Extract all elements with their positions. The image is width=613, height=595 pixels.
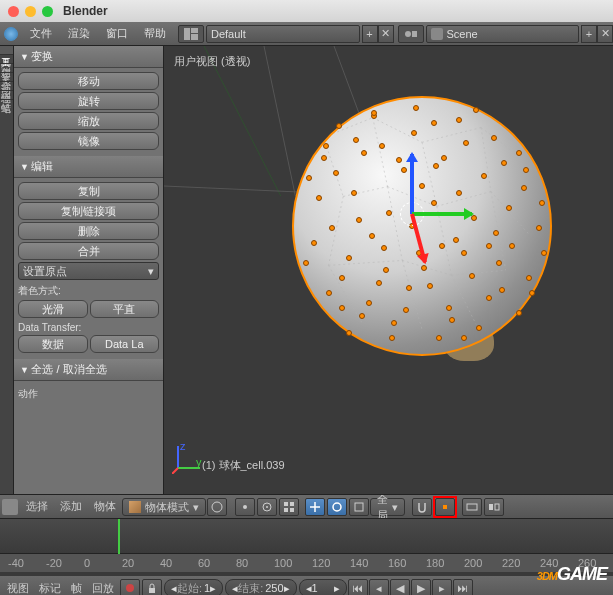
menu-help[interactable]: 帮助 [136,26,174,41]
menu-window[interactable]: 窗口 [98,26,136,41]
panel-transform-header[interactable]: 变换 [14,46,163,68]
action-label: 动作 [18,387,159,401]
svg-rect-53 [149,588,155,593]
svg-point-46 [333,503,341,511]
tab-physics[interactable]: 物理 [0,82,13,91]
tab-animation[interactable]: 动画 [0,73,13,82]
tab-create[interactable]: 创建 [0,55,13,64]
auto-keyframe-button[interactable] [120,579,140,595]
layout-remove-button[interactable]: ✕ [378,25,394,43]
scene-remove-button[interactable]: ✕ [597,25,613,43]
highlighted-snap-element-button[interactable] [433,496,457,518]
layers-button[interactable] [279,498,299,516]
maximize-icon[interactable] [42,6,53,17]
3d-viewport[interactable]: 用户视图 (透视) zy ( [164,46,613,494]
play-button[interactable]: ▶ [411,579,431,595]
scene-add-button[interactable]: + [581,25,597,43]
screen-layout-dropdown[interactable]: Default [206,25,360,43]
close-icon[interactable] [8,6,19,17]
gizmo-rotate-button[interactable] [327,498,347,516]
z-axis-icon[interactable] [410,154,414,214]
join-button[interactable]: 合并 [18,242,159,260]
tl-menu-marker[interactable]: 标记 [34,581,66,596]
mirror-button[interactable]: 镜像 [18,132,159,150]
svg-rect-44 [284,508,288,512]
panel-select-header[interactable]: 全选 / 取消全选 [14,359,163,381]
gizmo-translate-button[interactable] [305,498,325,516]
duplicate-button[interactable]: 复制 [18,182,159,200]
data-button[interactable]: 数据 [18,335,88,353]
window-title: Blender [63,4,108,18]
prev-keyframe-button[interactable]: ◂ [369,579,389,595]
render-layers-1[interactable] [462,498,482,516]
shade-flat-button[interactable]: 平直 [90,300,160,318]
data-layout-button[interactable]: Data La [90,335,160,353]
playhead[interactable] [118,519,120,555]
end-frame-field[interactable]: ◂结束:250▸ [225,579,296,595]
play-reverse-button[interactable]: ◀ [390,579,410,595]
window-controls[interactable] [8,6,53,17]
snap-button[interactable] [412,498,432,516]
object-info-label: (1) 球体_cell.039 [202,458,285,473]
vp-menu-select[interactable]: 选择 [20,499,54,514]
jump-start-button[interactable]: ⏮ [348,579,368,595]
svg-text:z: z [180,442,186,452]
manipulate-center-button[interactable] [257,498,277,516]
next-keyframe-button[interactable]: ▸ [432,579,452,595]
rotate-button[interactable]: 旋转 [18,92,159,110]
current-frame-field[interactable]: ◂1▸ [299,579,347,595]
tab-tools[interactable]: 工具 [0,46,13,55]
timeline-track[interactable] [0,518,613,554]
svg-rect-51 [495,504,499,510]
panel-edit-header[interactable]: 编辑 [14,156,163,178]
vp-menu-add[interactable]: 添加 [54,499,88,514]
render-layers-2[interactable] [484,498,504,516]
layout-picker-button[interactable] [178,25,204,43]
scene-dropdown[interactable]: Scene [426,25,580,43]
shade-smooth-button[interactable]: 光滑 [18,300,88,318]
shading-label: 着色方式: [18,284,159,298]
pivot-point-button[interactable] [235,498,255,516]
y-axis-icon[interactable] [412,212,472,216]
svg-rect-42 [284,502,288,506]
tl-menu-frame[interactable]: 帧 [66,581,87,596]
layout-add-button[interactable]: + [362,25,378,43]
duplicate-linked-button[interactable]: 复制链接项 [18,202,159,220]
menu-render[interactable]: 渲染 [60,26,98,41]
lock-button[interactable] [142,579,162,595]
editor-type-icon[interactable] [2,499,18,515]
axis-indicator: zy [172,442,204,476]
svg-rect-50 [489,504,493,510]
svg-rect-43 [290,502,294,506]
jump-end-button[interactable]: ⏭ [453,579,473,595]
tab-grease[interactable]: 蜡笔 [0,91,13,100]
tl-menu-view[interactable]: 视图 [2,581,34,596]
delete-button[interactable]: 删除 [18,222,159,240]
tab-relations[interactable]: 关系 [0,64,13,73]
tool-tabs: 工具 创建 关系 动画 物理 蜡笔 [0,46,14,494]
viewport-shading-button[interactable] [207,498,227,516]
blender-icon[interactable] [0,24,22,44]
svg-point-52 [126,584,134,592]
set-origin-dropdown[interactable]: 设置原点 [18,262,159,280]
timeline-ruler[interactable]: -40-200204060801001201401601802002202402… [0,554,613,572]
transform-orientation-dropdown[interactable]: 全局▾ [370,498,405,516]
gizmo-scale-button[interactable] [349,498,369,516]
start-frame-field[interactable]: ◂起始:1▸ [164,579,223,595]
svg-point-3 [405,31,411,37]
mode-dropdown[interactable]: 物体模式▾ [122,498,206,516]
tl-menu-playback[interactable]: 回放 [87,581,119,596]
scale-button[interactable]: 缩放 [18,112,159,130]
svg-rect-4 [412,31,417,37]
view-label: 用户视图 (透视) [174,54,250,69]
vp-menu-object[interactable]: 物体 [88,499,122,514]
data-transfer-label: Data Transfer: [18,322,159,333]
move-button[interactable]: 移动 [18,72,159,90]
svg-rect-0 [184,28,190,40]
menu-file[interactable]: 文件 [22,26,60,41]
scene-browser-button[interactable] [398,25,424,43]
watermark-text: 3DMGAME [537,564,607,585]
selected-sphere-object[interactable] [292,96,552,356]
minimize-icon[interactable] [25,6,36,17]
object-mode-icon [129,501,141,513]
